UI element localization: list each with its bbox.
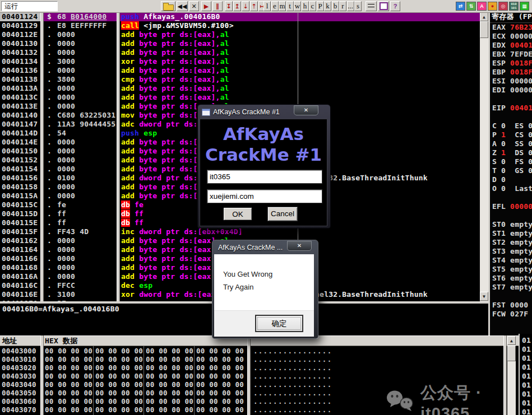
register-row[interactable]: ECX 00000 [490, 32, 532, 41]
window-button-b[interactable]: b [332, 1, 339, 11]
register-row[interactable] [490, 292, 532, 301]
register-row[interactable]: ESP 0018F [490, 59, 532, 68]
window-button-m[interactable]: m [279, 1, 286, 11]
window-button-s[interactable]: s [354, 1, 362, 11]
log-window-button[interactable] [366, 1, 377, 11]
disasm-row[interactable]: 00401138.3800cmp byte ptr ds:[eax],al [0, 75, 488, 84]
registers-pane[interactable]: 寄存器 (FPU) EAX 76B23ECX 00000EDX 00401EBX… [488, 12, 532, 335]
window-button-t[interactable]: t [286, 1, 294, 11]
register-row[interactable]: EAX 76B23 [490, 23, 532, 32]
run-button[interactable]: ▶ [201, 1, 211, 11]
step-over-button[interactable]: ↥ [233, 1, 241, 11]
disasm-row[interactable]: 0040113C.0000add byte ptr ds:[eax],al [0, 93, 488, 102]
disasm-row[interactable]: 0040115F.FF43 4Dinc dword ptr ds:[ebx+0x… [0, 227, 488, 236]
register-row[interactable]: O 0 Last [490, 184, 532, 193]
window-button-k[interactable]: k [324, 1, 331, 11]
disasm-row[interactable]: 00401132.0000add byte ptr ds:[eax],al [0, 48, 488, 57]
column-splitter[interactable] [40, 12, 44, 301]
column-splitter[interactable] [117, 12, 120, 301]
register-row[interactable]: FST 0000 [490, 301, 532, 310]
step-into-button[interactable]: ↧ [225, 1, 233, 11]
stack-row[interactable]: 01 [522, 363, 532, 372]
register-row[interactable] [490, 95, 532, 104]
restart-button[interactable]: ◀◀ [177, 1, 188, 11]
disasm-row[interactable]: 0040112E.0000add byte ptr ds:[eax],al [0, 30, 488, 39]
window-button-P[interactable]: P [317, 1, 324, 11]
disasm-row[interactable]: 00401136.0000add byte ptr ds:[eax],al [0, 66, 488, 75]
windows-button[interactable] [378, 1, 389, 11]
scroll-down-button[interactable]: ▼ [480, 292, 488, 301]
register-row[interactable] [490, 113, 532, 122]
register-row[interactable]: P 1 CS 0 [490, 130, 532, 139]
plugin-sync-button[interactable]: ⇄ [456, 2, 465, 11]
register-row[interactable]: ST1 empty [490, 229, 532, 238]
register-row[interactable]: D 0 [490, 175, 532, 184]
plugin-target-button[interactable]: ◎ [498, 2, 508, 11]
animate-into-button[interactable]: ⇣ [242, 1, 249, 11]
plugin-dot-button[interactable]: ● [488, 2, 497, 11]
stack-row[interactable]: 01 [522, 336, 532, 345]
plugin-updown-button[interactable]: ⇅ [466, 2, 476, 11]
window-button-dotdotdot[interactable]: ... [347, 1, 354, 11]
register-row[interactable]: C 0 ES 0 [490, 122, 532, 130]
stack-row[interactable]: 01 [522, 345, 532, 354]
register-row[interactable]: ST6 empty [490, 274, 532, 283]
column-splitter[interactable] [247, 335, 251, 415]
register-row[interactable] [490, 211, 532, 220]
register-row[interactable]: EDX 00401 [490, 41, 532, 50]
register-row[interactable]: EFL 00000 [490, 202, 532, 211]
scroll-up-button[interactable]: ▲ [480, 12, 488, 21]
register-row[interactable]: T 0 GS 0 [490, 166, 532, 175]
register-row[interactable]: ST2 empty [490, 238, 532, 247]
register-row[interactable]: EIP 00401 [490, 104, 532, 113]
register-row[interactable]: ESI 00000 [490, 77, 532, 86]
plugin-grid-button[interactable]: ▦ [520, 2, 529, 11]
close-button[interactable]: ✕ [189, 1, 199, 11]
scroll-up-button[interactable]: ▲ [507, 336, 516, 345]
scroll-thumb[interactable] [507, 346, 516, 361]
close-icon[interactable]: ✕ [287, 241, 312, 251]
close-icon[interactable]: ✕ [294, 105, 318, 115]
disasm-row[interactable]: 00401130.0000add byte ptr ds:[eax],al [0, 39, 488, 48]
animate-over-button[interactable]: ⇡ [250, 1, 258, 11]
register-row[interactable]: ST4 empty [490, 256, 532, 265]
register-row[interactable]: EBX 7EFDE [490, 50, 532, 59]
pause-button[interactable]: ∥ [212, 1, 223, 11]
register-row[interactable]: ST0 empty [490, 220, 532, 229]
help-button[interactable]: ? [390, 1, 400, 11]
scroll-thumb[interactable] [480, 21, 488, 38]
register-row[interactable]: FCW 027F [490, 310, 532, 319]
register-row[interactable]: A 0 SS 0 [490, 139, 532, 148]
confirm-button[interactable]: 确定 [255, 315, 303, 332]
register-row[interactable]: ST7 empty [490, 283, 532, 292]
crackme-titlebar[interactable]: AfKayAs CrackMe #1 ✕ [200, 106, 329, 119]
window-button-w[interactable]: w [294, 1, 301, 11]
msgbox-titlebar[interactable]: AfKayAs CrackMe ... ✕ [214, 242, 316, 254]
register-row[interactable] [490, 193, 532, 202]
register-row[interactable]: S 0 FS 0 [490, 157, 532, 166]
window-button-l[interactable]: l [263, 1, 271, 11]
disasm-row[interactable]: 00401129.E8 EEFFFFFFcall <jmp.&MSVBVM50.… [0, 21, 488, 30]
register-row[interactable]: Z 1 DS 0 [490, 148, 532, 157]
window-button-r[interactable]: r [339, 1, 346, 11]
register-row[interactable]: EBP 0018F [490, 68, 532, 77]
ok-button[interactable]: OK [223, 207, 253, 221]
name-input[interactable]: it0365 [207, 170, 322, 184]
disasm-scrollbar[interactable]: ▲ ▼ [480, 12, 488, 301]
disasm-row[interactable]: 0040113A.0000add byte ptr ds:[eax],al [0, 84, 488, 93]
window-button-h[interactable]: h [302, 1, 309, 11]
disasm-row[interactable]: 00401134.3000xor byte ptr ds:[eax],al [0, 57, 488, 66]
plugin-a-button[interactable]: A [477, 2, 487, 11]
serial-input[interactable]: xuejiemi.com [207, 189, 322, 203]
open-file-button[interactable] [161, 1, 175, 11]
disasm-row[interactable]: 00401124$68 B0164000push Afkayas_.004016… [0, 12, 488, 21]
column-splitter[interactable] [40, 335, 44, 415]
window-button-c[interactable]: c [309, 1, 316, 11]
window-button-e[interactable]: e [271, 1, 279, 11]
plugin-binary-button[interactable]: 010101 [509, 2, 519, 11]
register-row[interactable]: EDI 00000 [490, 86, 532, 95]
cancel-button[interactable]: Cancel [267, 207, 298, 221]
stack-row[interactable]: 01 [522, 372, 532, 381]
register-row[interactable]: ST5 empty [490, 265, 532, 274]
register-row[interactable]: ST3 empty [490, 247, 532, 256]
